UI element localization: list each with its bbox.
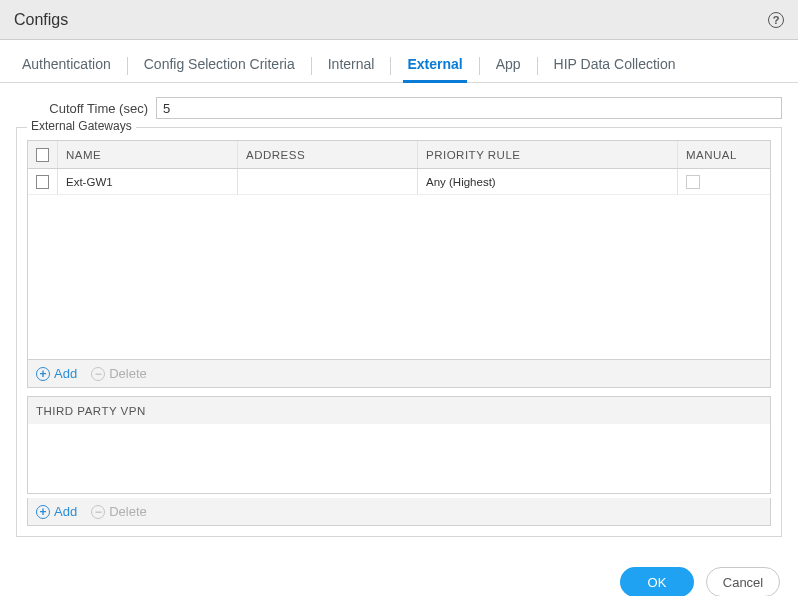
tab-app[interactable]: App <box>492 50 525 82</box>
tab-config-selection-criteria[interactable]: Config Selection Criteria <box>140 50 299 82</box>
tab-divider <box>127 57 128 75</box>
external-gateways-legend: External Gateways <box>27 119 136 133</box>
help-icon[interactable]: ? <box>768 12 784 28</box>
delete-label: Delete <box>109 504 147 519</box>
tab-bar: Authentication Config Selection Criteria… <box>0 40 798 83</box>
delete-vpn-button[interactable]: − Delete <box>91 504 147 519</box>
grid-body: Ext-GW1 Any (Highest) <box>28 169 770 359</box>
col-address-header[interactable]: ADDRESS <box>238 141 418 168</box>
minus-icon: − <box>91 367 105 381</box>
row-checkbox[interactable] <box>36 175 49 189</box>
tab-divider <box>479 57 480 75</box>
cutoff-field-row: Cutoff Time (sec) <box>10 93 788 121</box>
minus-icon: − <box>91 505 105 519</box>
row-manual-checkbox[interactable] <box>686 175 700 189</box>
delete-label: Delete <box>109 366 147 381</box>
window-title: Configs <box>14 11 68 29</box>
add-label: Add <box>54 366 77 381</box>
dialog-footer: OK Cancel <box>0 553 798 596</box>
tab-authentication[interactable]: Authentication <box>18 50 115 82</box>
table-row[interactable]: Ext-GW1 Any (Highest) <box>28 169 770 195</box>
external-gateways-group: External Gateways NAME ADDRESS PRIORITY … <box>16 127 782 537</box>
row-address-cell[interactable] <box>238 169 418 194</box>
plus-icon: + <box>36 367 50 381</box>
cutoff-time-input[interactable] <box>156 97 782 119</box>
row-manual-cell[interactable] <box>678 169 770 194</box>
tab-divider <box>390 57 391 75</box>
add-label: Add <box>54 504 77 519</box>
select-all-checkbox[interactable] <box>36 148 49 162</box>
row-name-cell[interactable]: Ext-GW1 <box>58 169 238 194</box>
grid-header: NAME ADDRESS PRIORITY RULE MANUAL <box>28 141 770 169</box>
row-select-cell[interactable] <box>28 169 58 194</box>
tab-internal[interactable]: Internal <box>324 50 379 82</box>
third-party-toolbar: + Add − Delete <box>27 498 771 526</box>
tab-divider <box>311 57 312 75</box>
row-priority-cell[interactable]: Any (Highest) <box>418 169 678 194</box>
grid-toolbar: + Add − Delete <box>28 359 770 387</box>
cutoff-label: Cutoff Time (sec) <box>16 101 148 116</box>
col-priority-header[interactable]: PRIORITY RULE <box>418 141 678 168</box>
external-gateways-grid: NAME ADDRESS PRIORITY RULE MANUAL Ext-GW… <box>27 140 771 388</box>
select-all-cell[interactable] <box>28 141 58 168</box>
delete-gateway-button[interactable]: − Delete <box>91 366 147 381</box>
ok-button[interactable]: OK <box>620 567 694 596</box>
third-party-vpn-grid <box>27 424 771 494</box>
add-gateway-button[interactable]: + Add <box>36 366 77 381</box>
third-party-vpn-header: THIRD PARTY VPN <box>27 396 771 424</box>
tab-external[interactable]: External <box>403 50 466 82</box>
col-manual-header[interactable]: MANUAL <box>678 141 770 168</box>
cancel-button[interactable]: Cancel <box>706 567 780 596</box>
tab-divider <box>537 57 538 75</box>
plus-icon: + <box>36 505 50 519</box>
tab-hip-data-collection[interactable]: HIP Data Collection <box>550 50 680 82</box>
add-vpn-button[interactable]: + Add <box>36 504 77 519</box>
titlebar: Configs ? <box>0 0 798 40</box>
col-name-header[interactable]: NAME <box>58 141 238 168</box>
